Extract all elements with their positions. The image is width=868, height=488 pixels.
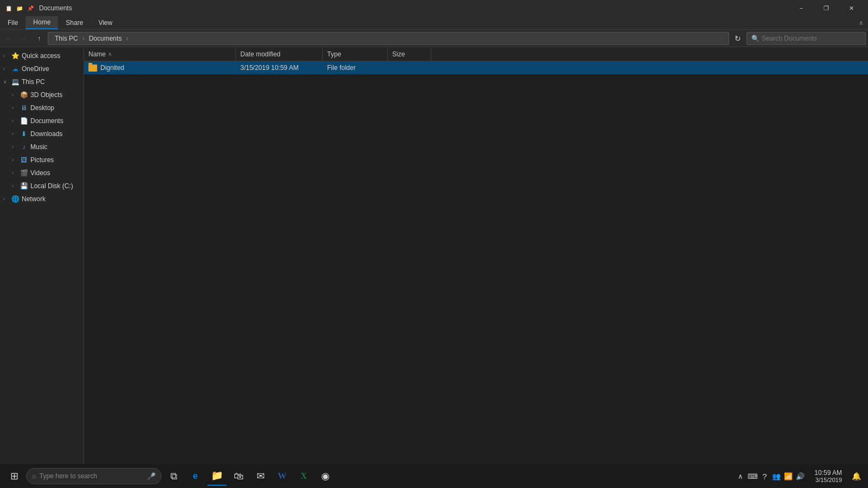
column-headers: Name ∧ Date modified Type Size [84,47,868,61]
refresh-button[interactable]: ↻ [731,32,744,45]
sidebar-item-network[interactable]: › 🌐 Network [0,192,84,206]
expand-arrow-quickaccess: › [3,53,9,59]
taskbar-word[interactable]: W [272,466,292,486]
expand-arrow-onedrive: › [3,66,9,72]
ribbon-tab-share[interactable]: Share [58,16,91,29]
table-row[interactable]: Dignited 3/15/2019 10:59 AM File folder [84,61,868,74]
taskbar-search-icon: ○ [32,472,36,480]
ribbon-tab-home[interactable]: Home [25,16,58,29]
thispc-icon: 💻 [11,78,20,86]
restore-button[interactable]: ❐ [814,0,839,16]
ribbon-tab-view[interactable]: View [91,16,120,29]
file-cell-type: File folder [323,61,388,74]
3dobjects-icon: 📦 [20,91,28,99]
sidebar-label-videos: Videos [30,169,50,177]
tray-wifi[interactable]: 📶 [783,471,794,481]
column-date[interactable]: Date modified [236,47,323,61]
expand-arrow-videos: › [12,170,17,176]
sidebar-item-onedrive[interactable]: › ☁ OneDrive [0,62,84,75]
taskbar-search-text: Type here to search [40,472,97,480]
close-button[interactable]: ✕ [839,0,864,16]
documents-icon: 📄 [20,117,28,125]
taskbar-file-explorer[interactable]: 📁 [207,466,227,486]
ribbon-expand[interactable]: ∧ [859,19,868,27]
taskbar-edge[interactable]: e [186,466,205,486]
sidebar-item-this-pc[interactable]: ∨ 💻 This PC [0,75,84,88]
taskbar-mic-icon: 🎤 [147,472,156,480]
forward-button[interactable]: → [17,32,30,45]
app-icon-2: 📁 [15,4,24,12]
sidebar-label-onedrive: OneDrive [22,65,49,73]
sidebar-item-local-disk[interactable]: › 💾 Local Disk (C:) [0,179,84,192]
videos-icon: 🎬 [20,169,28,177]
expand-arrow-3dobjects: › [12,92,17,98]
path-this-pc[interactable]: This PC [53,34,80,43]
localdisk-icon: 💾 [20,182,28,190]
sidebar-label-thispc: This PC [22,78,45,86]
path-documents[interactable]: Documents [87,34,124,43]
column-type[interactable]: Type [323,47,388,61]
tray-volume[interactable]: 🔊 [795,471,806,481]
tray-people[interactable]: 👥 [771,471,782,481]
ribbon-tab-file[interactable]: File [0,16,25,29]
quickaccess-icon: ⭐ [11,52,20,60]
tray-help[interactable]: ? [759,471,770,481]
sidebar-item-videos[interactable]: › 🎬 Videos [0,166,84,179]
taskbar-search[interactable]: ○ Type here to search 🎤 [26,468,162,484]
taskbar-store[interactable]: 🛍 [229,466,248,486]
column-name[interactable]: Name ∧ [84,47,236,61]
app-icon-1: 📋 [4,4,13,12]
clock[interactable]: 10:59 AM 3/15/2019 [810,469,846,483]
desktop-icon: 🖥 [20,104,28,112]
search-input[interactable] [762,35,861,42]
sys-tray: ∧ ⌨ ? 👥 📶 🔊 [733,471,808,481]
sidebar-item-desktop[interactable]: › 🖥 Desktop [0,101,84,114]
sidebar-label-quickaccess: Quick access [22,52,60,60]
expand-arrow-documents: › [12,118,17,124]
path-separator-2: › [126,35,128,42]
file-cell-date: 3/15/2019 10:59 AM [236,61,323,74]
search-box[interactable]: 🔍 [746,32,866,45]
sidebar-item-downloads[interactable]: › ⬇ Downloads [0,127,84,140]
tray-chevron[interactable]: ∧ [735,471,746,481]
sidebar: › ⭐ Quick access › ☁ OneDrive ∨ 💻 This P… [0,47,84,473]
sidebar-item-3d-objects[interactable]: › 📦 3D Objects [0,88,84,101]
title-text: Documents [39,4,789,12]
sidebar-item-pictures[interactable]: › 🖼 Pictures [0,153,84,166]
task-view-button[interactable]: ⧉ [164,466,183,486]
sidebar-label-documents: Documents [30,117,63,125]
back-button[interactable]: ← [2,32,15,45]
tray-keyboard[interactable]: ⌨ [747,471,758,481]
file-area: Name ∧ Date modified Type Size Dignited … [84,47,868,473]
expand-arrow-desktop: › [12,105,17,111]
start-button[interactable]: ⊞ [4,466,24,486]
sidebar-item-quick-access[interactable]: › ⭐ Quick access [0,49,84,62]
up-button[interactable]: ↑ [33,32,46,45]
expand-arrow-pictures: › [12,157,17,163]
sidebar-item-documents[interactable]: › 📄 Documents [0,114,84,127]
sidebar-item-music[interactable]: › ♪ Music [0,140,84,153]
taskbar-mail[interactable]: ✉ [251,466,270,486]
notification-button[interactable]: 🔔 [848,468,864,484]
address-path[interactable]: This PC › Documents › [48,32,729,45]
sidebar-label-3dobjects: 3D Objects [30,91,62,99]
expand-arrow-network: › [3,196,9,202]
expand-arrow-thispc: ∨ [3,79,9,85]
network-icon: 🌐 [11,195,20,203]
file-cell-name: Dignited [84,61,236,74]
search-icon: 🔍 [751,35,760,42]
minimize-button[interactable]: − [789,0,814,16]
taskbar-right: ∧ ⌨ ? 👥 📶 🔊 10:59 AM 3/15/2019 🔔 [733,468,864,484]
sidebar-label-downloads: Downloads [30,130,62,138]
sidebar-label-network: Network [22,195,46,203]
taskbar-excel[interactable]: X [294,466,314,486]
expand-arrow-downloads: › [12,131,17,137]
sidebar-label-music: Music [30,143,47,151]
taskbar-chrome[interactable]: ◉ [316,466,335,486]
clock-date: 3/15/2019 [814,477,842,483]
column-size[interactable]: Size [388,47,431,61]
address-bar: ← → ↑ This PC › Documents › ↻ 🔍 [0,30,868,47]
onedrive-icon: ☁ [11,65,20,73]
music-icon: ♪ [20,143,28,151]
main-area: › ⭐ Quick access › ☁ OneDrive ∨ 💻 This P… [0,47,868,473]
